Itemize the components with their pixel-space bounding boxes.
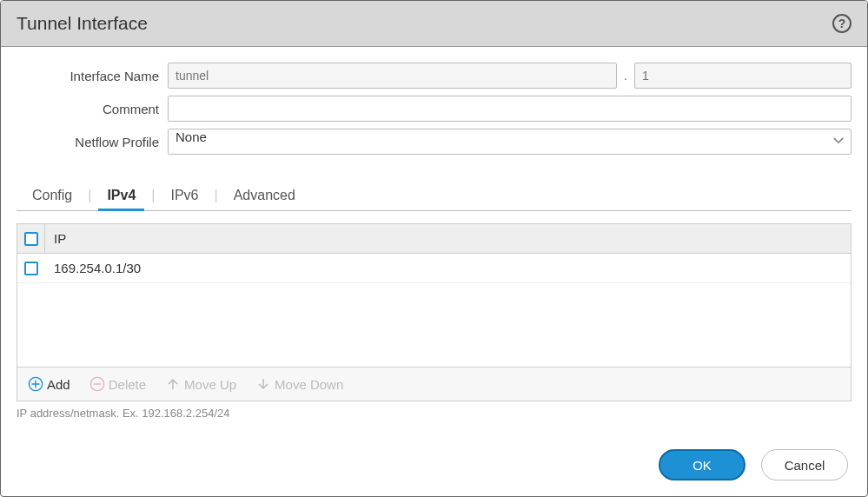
tab-config[interactable]: Config	[17, 181, 88, 210]
comment-row: Comment	[17, 96, 851, 122]
tab-ipv4[interactable]: IPv4	[91, 181, 151, 210]
tab-advanced[interactable]: Advanced	[218, 181, 311, 210]
move-up-button[interactable]: Move Up	[165, 376, 236, 392]
table-body: 169.254.0.1/30	[17, 254, 851, 367]
dialog-title: Tunnel Interface	[17, 13, 148, 34]
header-checkbox-cell	[17, 224, 45, 253]
arrow-down-icon	[255, 376, 271, 392]
netflow-row: Netflow Profile None	[17, 129, 851, 155]
add-button[interactable]: Add	[28, 376, 70, 392]
interface-number-input	[634, 63, 851, 89]
netflow-label: Netflow Profile	[17, 135, 168, 149]
arrow-up-icon	[165, 376, 181, 392]
netflow-select[interactable]: None	[168, 129, 851, 155]
help-icon[interactable]: ?	[832, 14, 851, 33]
table-row[interactable]: 169.254.0.1/30	[17, 254, 851, 283]
ok-button[interactable]: OK	[659, 449, 745, 480]
comment-input[interactable]	[168, 96, 851, 122]
interface-name-row: Interface Name .	[17, 63, 851, 89]
plus-circle-icon	[28, 376, 43, 392]
hint-text: IP address/netmask. Ex. 192.168.2.254/24	[17, 407, 851, 420]
minus-circle-icon	[89, 376, 105, 392]
move-down-label: Move Down	[275, 377, 343, 392]
delete-button[interactable]: Delete	[89, 376, 146, 392]
delete-label: Delete	[109, 377, 146, 392]
interface-name-label: Interface Name	[17, 69, 168, 83]
dialog-footer: OK Cancel	[1, 434, 867, 496]
interface-name-input	[168, 63, 617, 89]
add-label: Add	[47, 377, 70, 392]
dot-separator: .	[624, 69, 627, 83]
row-checkbox-cell	[17, 254, 45, 282]
row-ip-value: 169.254.0.1/30	[45, 254, 851, 282]
row-checkbox[interactable]	[24, 262, 38, 275]
cancel-button[interactable]: Cancel	[761, 449, 848, 480]
tab-ipv6[interactable]: IPv6	[155, 181, 214, 210]
move-up-label: Move Up	[184, 377, 236, 392]
select-all-checkbox[interactable]	[24, 232, 38, 246]
table-header: IP	[17, 224, 851, 254]
comment-label: Comment	[17, 102, 168, 116]
move-down-button[interactable]: Move Down	[255, 376, 343, 392]
form-section: Interface Name . Comment Netflow Profile…	[1, 47, 867, 170]
tab-bar: Config | IPv4 | IPv6 | Advanced	[1, 181, 867, 210]
ip-table: IP 169.254.0.1/30 Add Delete Move Up	[17, 223, 851, 401]
titlebar: Tunnel Interface ?	[1, 1, 867, 47]
table-actions: Add Delete Move Up Move Down	[17, 367, 851, 401]
header-ip[interactable]: IP	[45, 224, 851, 253]
